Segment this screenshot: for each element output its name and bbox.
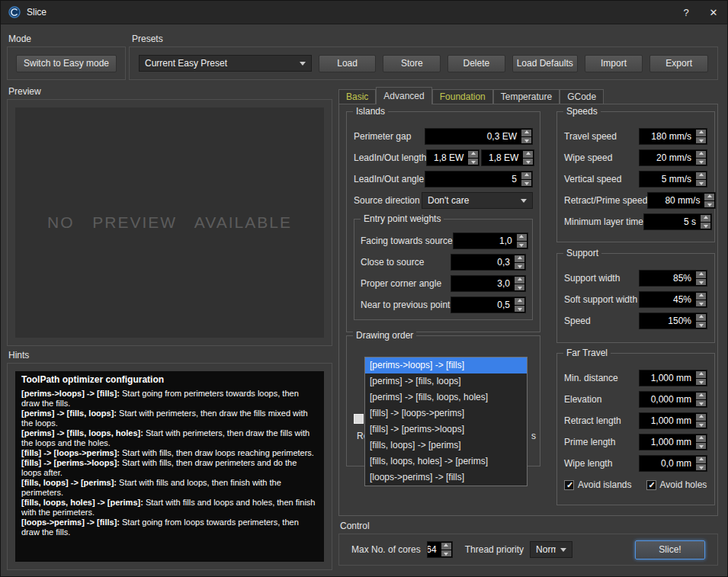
tab-foundation[interactable]: Foundation [432, 89, 493, 104]
drawing-order-checkbox[interactable] [354, 414, 364, 424]
spin-down-icon[interactable] [515, 263, 524, 270]
spin-up-icon[interactable] [696, 457, 706, 463]
perimeter-gap-spinbox[interactable]: 0,3 EW [425, 128, 533, 145]
retract-length-spinbox[interactable]: 1,000 mm [639, 412, 707, 429]
load-defaults-button[interactable]: Load Defaults [512, 55, 578, 72]
spin-buttons[interactable] [695, 129, 707, 144]
drawing-order-option[interactable]: [loops->perims] -> [fills] [365, 470, 527, 486]
elevation-spinbox[interactable]: 0,000 mm [639, 391, 707, 408]
import-button[interactable]: Import [585, 55, 643, 72]
drawing-order-option[interactable]: [perims->loops] -> [fills] [365, 357, 527, 373]
prime-length-spinbox[interactable]: 1,000 mm [639, 434, 707, 450]
spin-buttons[interactable] [521, 129, 532, 144]
drawing-order-option[interactable]: [perims] -> [fills, loops] [365, 373, 527, 389]
spin-up-icon[interactable] [701, 215, 710, 222]
spin-buttons[interactable] [695, 434, 707, 450]
help-button[interactable]: ? [672, 1, 700, 24]
close-source-spinbox[interactable]: 0,3 [451, 254, 526, 271]
spin-down-icon[interactable] [701, 223, 710, 229]
spin-up-icon[interactable] [521, 130, 531, 136]
spin-buttons[interactable] [695, 271, 707, 286]
tab-advanced[interactable]: Advanced [376, 87, 431, 104]
spin-buttons[interactable] [695, 370, 707, 386]
spin-down-icon[interactable] [696, 464, 706, 471]
spin-down-icon[interactable] [441, 550, 451, 557]
spin-up-icon[interactable] [515, 255, 524, 262]
load-button[interactable]: Load [319, 55, 377, 72]
spin-up-icon[interactable] [696, 314, 706, 321]
spin-buttons[interactable] [695, 292, 707, 307]
spin-buttons[interactable] [700, 214, 711, 229]
spin-down-icon[interactable] [521, 137, 531, 144]
leadinout-angle-spinbox[interactable]: 5 [425, 171, 533, 188]
spin-buttons[interactable] [695, 456, 707, 471]
spin-buttons[interactable] [695, 392, 707, 407]
spin-up-icon[interactable] [523, 151, 533, 158]
support-speed-spinbox[interactable]: 150% [639, 313, 707, 329]
spin-buttons[interactable] [441, 542, 452, 557]
spin-down-icon[interactable] [696, 159, 706, 165]
drawing-order-option[interactable]: [perims] -> [fills, loops, holes] [365, 389, 527, 406]
preset-combo[interactable]: Current Easy Preset [139, 55, 312, 72]
spin-down-icon[interactable] [521, 180, 531, 187]
spin-down-icon[interactable] [696, 443, 706, 450]
soft-support-width-spinbox[interactable]: 45% [639, 291, 707, 308]
previous-point-spinbox[interactable]: 0,5 [451, 297, 526, 313]
export-button[interactable]: Export [649, 55, 708, 72]
leadin-length-spinbox[interactable]: 1,8 EW [426, 149, 479, 166]
spin-up-icon[interactable] [521, 172, 531, 179]
thread-priority-combo[interactable]: Normal [530, 541, 572, 558]
slice-button[interactable]: Slice! [635, 540, 705, 559]
spin-down-icon[interactable] [696, 137, 706, 144]
drawing-order-option[interactable]: [fills, loops, holes] -> [perims] [365, 454, 527, 470]
spin-buttons[interactable] [516, 233, 528, 248]
spin-down-icon[interactable] [515, 306, 524, 313]
wipe-speed-spinbox[interactable]: 20 mm/s [639, 149, 707, 166]
spin-down-icon[interactable] [696, 300, 706, 307]
spin-down-icon[interactable] [517, 242, 527, 248]
spin-up-icon[interactable] [515, 298, 524, 305]
source-direction-combo[interactable]: Don't care [422, 192, 533, 209]
spin-down-icon[interactable] [696, 180, 706, 187]
spin-up-icon[interactable] [696, 151, 706, 158]
close-button[interactable]: ✕ [700, 1, 727, 24]
avoid-islands-checkbox[interactable] [564, 480, 574, 490]
travel-speed-spinbox[interactable]: 180 mm/s [639, 128, 707, 145]
spin-up-icon[interactable] [696, 130, 706, 136]
spin-up-icon[interactable] [704, 194, 714, 200]
spin-buttons[interactable] [522, 150, 534, 165]
spin-up-icon[interactable] [696, 271, 706, 278]
spin-up-icon[interactable] [441, 543, 451, 550]
max-cores-spinbox[interactable]: 64 [427, 541, 453, 558]
min-layer-time-spinbox[interactable]: 5 s [643, 213, 712, 230]
spin-down-icon[interactable] [468, 159, 478, 165]
spin-buttons[interactable] [695, 413, 707, 428]
drawing-order-option[interactable]: [fills] -> [perims->loops] [365, 422, 527, 438]
spin-up-icon[interactable] [696, 414, 706, 421]
spin-buttons[interactable] [467, 150, 479, 165]
spin-up-icon[interactable] [517, 234, 527, 241]
spin-up-icon[interactable] [696, 435, 706, 442]
spin-up-icon[interactable] [696, 371, 706, 378]
spin-down-icon[interactable] [696, 322, 706, 329]
spin-down-icon[interactable] [696, 422, 706, 428]
min-distance-spinbox[interactable]: 1,000 mm [639, 370, 707, 386]
corner-angle-spinbox[interactable]: 3,0 [451, 275, 526, 292]
spin-down-icon[interactable] [515, 284, 524, 291]
spin-buttons[interactable] [695, 150, 707, 165]
spin-buttons[interactable] [514, 297, 525, 313]
spin-up-icon[interactable] [515, 277, 524, 284]
wipe-length-spinbox[interactable]: 0,0 mm [639, 455, 707, 472]
spin-down-icon[interactable] [704, 201, 714, 208]
tab-basic[interactable]: Basic [338, 89, 376, 104]
retract-prime-speed-spinbox[interactable]: 80 mm/s [647, 192, 716, 209]
spin-down-icon[interactable] [696, 400, 706, 407]
spin-buttons[interactable] [695, 171, 707, 187]
support-width-spinbox[interactable]: 85% [639, 270, 707, 287]
switch-easy-mode-button[interactable]: Switch to Easy mode [16, 55, 117, 72]
spin-buttons[interactable] [695, 313, 707, 329]
spin-down-icon[interactable] [696, 379, 706, 386]
drawing-order-option[interactable]: [fills] -> [loops->perims] [365, 406, 527, 422]
spin-up-icon[interactable] [468, 151, 478, 158]
avoid-holes-checkbox[interactable] [646, 480, 656, 490]
